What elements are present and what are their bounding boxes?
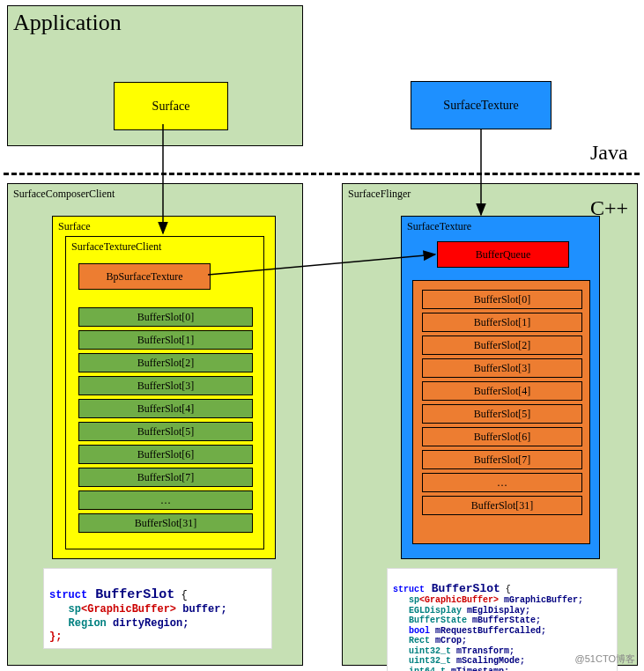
scc-title: SurfaceComposerClient: [13, 188, 115, 201]
surfacetexture-cpp-title: SurfaceTexture: [407, 220, 471, 233]
bufferslot-item: BufferSlot[1]: [78, 330, 253, 350]
bufferqueue-box: BufferQueue: [437, 241, 569, 268]
bufferslot-item: BufferSlot[4]: [78, 399, 253, 418]
surfacetexture-java-box: SurfaceTexture: [411, 81, 551, 129]
surface-java-box: Surface: [114, 82, 228, 130]
watermark: @51CTO博客: [575, 653, 635, 666]
bpsurfacetexture-box: BpSurfaceTexture: [78, 263, 211, 290]
bufferslot-item: …: [78, 490, 253, 510]
slot-list-right: BufferSlot[0]BufferSlot[1]BufferSlot[2]B…: [422, 290, 582, 519]
application-box: Application Surface: [7, 5, 303, 146]
surfacetexture-cpp-box: SurfaceTexture BufferQueue BufferSlot[0]…: [401, 216, 600, 559]
bufferslot-item: BufferSlot[1]: [422, 313, 582, 332]
bpsurfacetexture-label: BpSurfaceTexture: [106, 270, 182, 284]
java-label: Java: [590, 141, 628, 165]
bufferslot-item: BufferSlot[7]: [422, 450, 582, 469]
sf-box: SurfaceFlinger C++ SurfaceTexture Buffer…: [342, 183, 638, 666]
bufferslot-item: BufferSlot[2]: [422, 336, 582, 355]
scc-box: SurfaceComposerClient Surface SurfaceTex…: [7, 183, 303, 666]
bufferslot-item: BufferSlot[31]: [422, 496, 582, 515]
slot-list-left: BufferSlot[0]BufferSlot[1]BufferSlot[2]B…: [78, 307, 253, 536]
bufferslot-item: BufferSlot[6]: [422, 427, 582, 446]
bufferqueue-label: BufferQueue: [476, 248, 530, 262]
bufferslot-item: BufferSlot[7]: [78, 468, 253, 487]
bufferslot-item: BufferSlot[3]: [78, 376, 253, 395]
application-title: Application: [13, 10, 122, 36]
bufferslot-item: BufferSlot[2]: [78, 353, 253, 372]
slot-container-right: BufferSlot[0]BufferSlot[1]BufferSlot[2]B…: [412, 280, 590, 544]
stc-title: SurfaceTextureClient: [71, 240, 161, 254]
surface-java-label: Surface: [152, 100, 190, 114]
bufferslot-item: BufferSlot[5]: [422, 404, 582, 424]
stc-box: SurfaceTextureClient BpSurfaceTexture Bu…: [65, 236, 264, 549]
bufferslot-item: BufferSlot[0]: [78, 307, 253, 327]
bufferslot-item: BufferSlot[0]: [422, 290, 582, 309]
surfacetexture-java-label: SurfaceTexture: [443, 99, 518, 113]
bufferslot-item: BufferSlot[3]: [422, 358, 582, 378]
code-left: struct BufferSlot { sp<GraphicBuffer> bu…: [43, 568, 272, 649]
bufferslot-item: BufferSlot[4]: [422, 381, 582, 401]
bufferslot-item: BufferSlot[31]: [78, 513, 253, 533]
java-cpp-divider: [4, 173, 640, 175]
bufferslot-item: BufferSlot[5]: [78, 422, 253, 441]
surface-cpp-title: Surface: [58, 220, 91, 233]
bufferslot-item: BufferSlot[6]: [78, 445, 253, 464]
surface-cpp-box: Surface SurfaceTextureClient BpSurfaceTe…: [52, 216, 276, 559]
bufferslot-item: …: [422, 473, 582, 492]
sf-title: SurfaceFlinger: [348, 188, 411, 201]
